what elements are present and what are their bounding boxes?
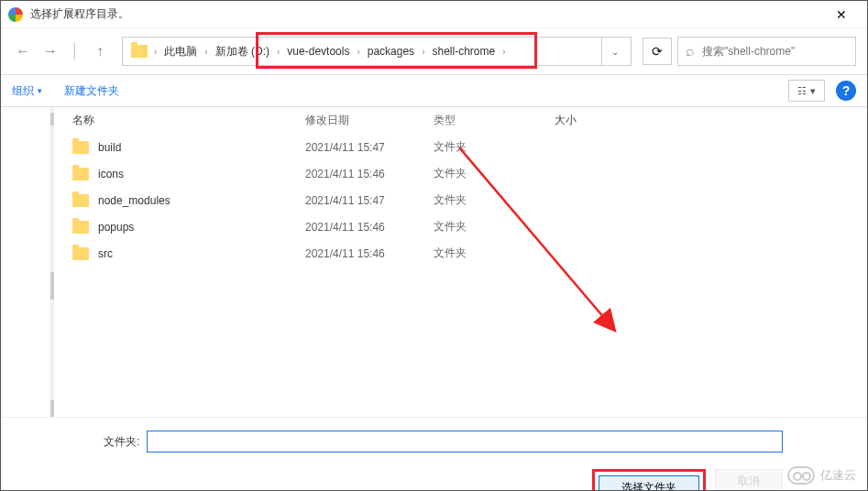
file-type: 文件夹 — [434, 166, 555, 181]
file-row[interactable]: node_modules 2021/4/11 15:47 文件夹 — [61, 187, 860, 213]
breadcrumb-item[interactable]: vue-devtools — [281, 45, 355, 58]
separator: │ — [71, 43, 80, 60]
chevron-right-icon[interactable]: › — [203, 47, 209, 57]
close-button[interactable]: ✕ — [823, 2, 860, 27]
col-header-size[interactable]: 大小 — [555, 113, 628, 128]
file-list: 名称 修改日期 类型 大小 build 2021/4/11 15:47 文件夹 … — [54, 107, 867, 419]
search-icon: ⌕ — [686, 43, 695, 60]
breadcrumb-dropdown[interactable]: ⌄ — [601, 38, 627, 65]
scrollbar-thumb[interactable] — [50, 272, 54, 300]
chevron-right-icon[interactable]: › — [355, 47, 361, 57]
file-name: node_modules — [98, 194, 170, 207]
watermark-text: 亿速云 — [820, 467, 856, 484]
watermark-icon — [787, 466, 815, 485]
forward-button[interactable]: → — [39, 40, 61, 62]
file-row[interactable]: icons 2021/4/11 15:46 文件夹 — [61, 160, 860, 187]
folder-icon — [72, 141, 89, 154]
sidebar[interactable] — [1, 107, 54, 419]
file-date: 2021/4/11 15:46 — [305, 221, 434, 234]
file-row[interactable]: src 2021/4/11 15:46 文件夹 — [61, 240, 860, 267]
file-type: 文件夹 — [434, 219, 555, 235]
back-button[interactable]: ← — [12, 40, 34, 62]
bottom-panel: 文件夹: 选择文件夹 取消 — [1, 417, 867, 490]
file-type: 文件夹 — [434, 192, 555, 208]
column-headers: 名称 修改日期 类型 大小 — [61, 107, 860, 134]
scrollbar-thumb[interactable] — [50, 400, 54, 419]
file-name: build — [98, 141, 121, 154]
cancel-button[interactable]: 取消 — [715, 469, 783, 491]
chevron-down-icon: ▾ — [38, 86, 42, 95]
watermark: 亿速云 — [787, 466, 856, 485]
folder-icon — [130, 42, 148, 60]
search-input[interactable] — [702, 45, 848, 58]
chevron-right-icon[interactable]: › — [500, 47, 507, 57]
window-title: 选择扩展程序目录。 — [30, 6, 823, 22]
refresh-button[interactable]: ⟳ — [643, 38, 672, 65]
scrollbar-thumb[interactable] — [50, 113, 54, 125]
toolbar: 组织 ▾ 新建文件夹 ☷ ▾ ? — [1, 74, 867, 107]
search-box[interactable]: ⌕ — [677, 37, 856, 66]
view-mode-button[interactable]: ☷ ▾ — [788, 80, 825, 102]
breadcrumb-item[interactable]: shell-chrome — [426, 45, 500, 58]
file-type: 文件夹 — [434, 246, 555, 261]
file-row[interactable]: build 2021/4/11 15:47 文件夹 — [61, 134, 860, 160]
file-date: 2021/4/11 15:46 — [305, 168, 434, 180]
file-date: 2021/4/11 15:46 — [305, 247, 434, 260]
breadcrumb-bar[interactable]: › 此电脑 › 新加卷 (D:) › vue-devtools › packag… — [122, 37, 632, 66]
main-area: 名称 修改日期 类型 大小 build 2021/4/11 15:47 文件夹 … — [1, 107, 867, 419]
folder-icon — [72, 247, 89, 260]
new-folder-button[interactable]: 新建文件夹 — [64, 83, 119, 99]
file-name: icons — [98, 168, 124, 180]
up-button[interactable]: ↑ — [89, 40, 111, 62]
help-button[interactable]: ? — [836, 81, 856, 101]
breadcrumb-item[interactable]: 此电脑 — [159, 44, 203, 60]
file-name: src — [98, 247, 113, 260]
col-header-date[interactable]: 修改日期 — [305, 113, 434, 128]
annotation-highlight-box: 选择文件夹 — [592, 469, 706, 491]
chevron-right-icon[interactable]: › — [152, 47, 159, 57]
titlebar: 选择扩展程序目录。 ✕ — [1, 1, 867, 28]
folder-label: 文件夹: — [104, 434, 139, 450]
select-folder-button[interactable]: 选择文件夹 — [599, 475, 699, 491]
nav-row: ← → │ ↑ › 此电脑 › 新加卷 (D:) › vue-devtools … — [1, 28, 867, 74]
chevron-right-icon[interactable]: › — [420, 47, 426, 57]
file-date: 2021/4/11 15:47 — [305, 141, 434, 154]
chevron-right-icon[interactable]: › — [275, 47, 281, 57]
col-header-name[interactable]: 名称 — [72, 113, 305, 128]
col-header-type[interactable]: 类型 — [434, 113, 555, 128]
organize-button[interactable]: 组织 ▾ — [12, 83, 42, 99]
file-type: 文件夹 — [434, 139, 555, 155]
breadcrumb-item[interactable]: 新加卷 (D:) — [210, 44, 275, 60]
breadcrumb-item[interactable]: packages — [362, 45, 420, 58]
folder-name-input[interactable] — [147, 431, 783, 453]
file-date: 2021/4/11 15:47 — [305, 194, 434, 207]
folder-icon — [72, 221, 89, 234]
file-row[interactable]: popups 2021/4/11 15:46 文件夹 — [61, 213, 860, 240]
file-name: popups — [98, 221, 134, 234]
chrome-icon — [8, 7, 23, 22]
folder-icon — [72, 194, 89, 207]
folder-icon — [72, 168, 89, 180]
